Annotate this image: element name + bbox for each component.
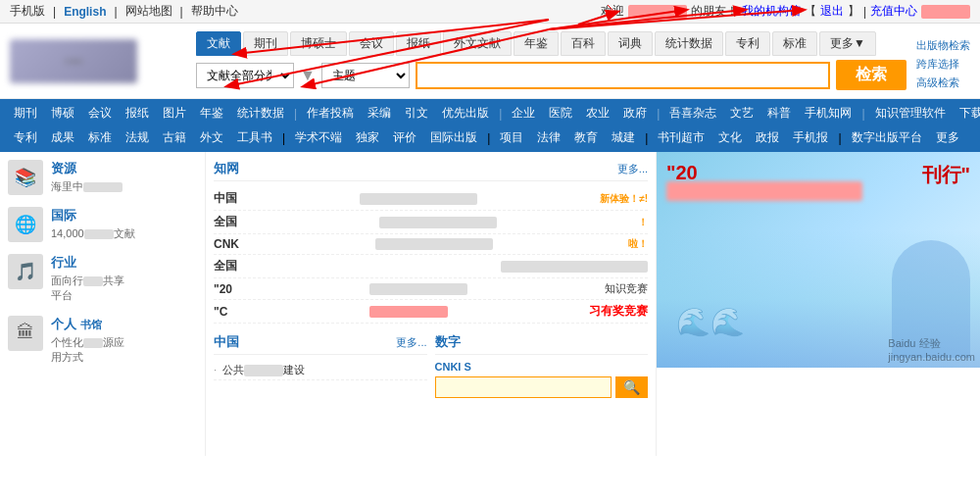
- logo-search-bar: CNKI 文献 期刊 博硕士 会议 报纸 外文文献 年鉴 百科 词典 统计数据 …: [0, 24, 980, 99]
- tab-yearbook[interactable]: 年鉴: [514, 31, 559, 56]
- tab-literature[interactable]: 文献: [196, 31, 241, 56]
- digital-search-row: 🔍: [435, 376, 649, 398]
- tab-journal[interactable]: 期刊: [243, 31, 288, 56]
- cross-db-link[interactable]: 跨库选择: [916, 57, 970, 72]
- nav-preprint[interactable]: 优先出版: [438, 103, 493, 124]
- nav-km-software[interactable]: 知识管理软件: [871, 103, 950, 124]
- bottom-middle-row: 中国 更多... · 公共建设 数字 CNKI S 🔍: [214, 333, 648, 398]
- tab-newspaper[interactable]: 报纸: [396, 31, 441, 56]
- nav-yearbook[interactable]: 年鉴: [196, 103, 227, 124]
- digital-section: 数字 CNKI S 🔍: [435, 333, 649, 398]
- tab-foreign[interactable]: 外文文献: [443, 31, 512, 56]
- zhiwang-more[interactable]: 更多...: [617, 162, 648, 176]
- nav-standard[interactable]: 标准: [84, 127, 116, 148]
- zhiwang-title: 知网: [214, 160, 239, 177]
- nav-project[interactable]: 项目: [496, 127, 527, 148]
- nav-urban[interactable]: 城建: [608, 127, 639, 148]
- category-select[interactable]: 文献全部分类: [196, 63, 294, 88]
- nav-science-pop[interactable]: 科普: [763, 103, 795, 124]
- banner-blurred-content: [666, 181, 862, 201]
- nav-report[interactable]: 政报: [752, 127, 783, 148]
- nav-download[interactable]: 下载: [956, 103, 981, 124]
- tab-encyclopedia[interactable]: 百科: [561, 31, 606, 56]
- nav-exclusive[interactable]: 独家: [352, 127, 383, 148]
- nav-law[interactable]: 法律: [533, 127, 564, 148]
- nav-education[interactable]: 教育: [570, 127, 602, 148]
- nav-thesis[interactable]: 博硕: [47, 103, 78, 124]
- cnki-label: CNKI S: [435, 361, 649, 373]
- mobile-link[interactable]: 手机版: [10, 3, 45, 20]
- news-item-2: 全国 ！: [214, 211, 648, 234]
- nav-culture2[interactable]: 文化: [714, 127, 746, 148]
- news-item-3: CNK 啦！: [214, 234, 648, 255]
- nav-enterprise[interactable]: 企业: [508, 103, 539, 124]
- nav-author-submit[interactable]: 作者投稿: [303, 103, 358, 124]
- english-link[interactable]: English: [64, 5, 106, 19]
- recharge-link[interactable]: 充值中心: [870, 3, 917, 20]
- nav-image[interactable]: 图片: [159, 103, 190, 124]
- nav-citation[interactable]: 引文: [401, 103, 432, 124]
- publish-search-link[interactable]: 出版物检索: [916, 38, 970, 53]
- nav-intl-publish[interactable]: 国际出版: [426, 127, 481, 148]
- left-panel: 📚 资源 海里中 🌐 国际 14,000文献 🎵: [0, 152, 206, 456]
- welcome-text: 欢迎: [601, 3, 624, 20]
- nav-row1: 期刊 博硕 会议 报纸 图片 年鉴 统计数据 | 作者投稿 采编 引文 优先出版…: [0, 99, 980, 127]
- nav-journal[interactable]: 期刊: [10, 103, 41, 124]
- resource-desc-1: 海里中: [51, 179, 197, 194]
- resource-icon-industry: 🎵: [8, 254, 43, 289]
- nav-agriculture[interactable]: 农业: [582, 103, 613, 124]
- resource-item-4: 🏛 个人 书馆 个性化源应用方式: [8, 316, 197, 366]
- nav-evaluation[interactable]: 评价: [389, 127, 420, 148]
- help-link[interactable]: 帮助中心: [191, 3, 238, 20]
- my-institution-link[interactable]: 我的机构馆: [742, 3, 801, 20]
- field-select[interactable]: 主题: [321, 63, 410, 88]
- tab-dictionary[interactable]: 词典: [608, 31, 653, 56]
- tab-standard[interactable]: 标准: [772, 31, 817, 56]
- nav-academic-integrity[interactable]: 学术不端: [291, 127, 346, 148]
- resource-title-2: 国际: [51, 207, 197, 225]
- nav-edit[interactable]: 采编: [364, 103, 395, 124]
- tab-statistics[interactable]: 统计数据: [655, 31, 723, 56]
- nav-newspaper[interactable]: 报纸: [122, 103, 153, 124]
- search-button[interactable]: 检索: [836, 60, 906, 90]
- tab-conference[interactable]: 会议: [349, 31, 394, 56]
- map-link[interactable]: 网站地图: [125, 3, 172, 20]
- resource-icon-globe: 🌐: [8, 207, 43, 242]
- nav-conference[interactable]: 会议: [84, 103, 116, 124]
- nav-row2: 专利 成果 标准 法规 古籍 外文 工具书 | 学术不端 独家 评价 国际出版 …: [0, 127, 980, 152]
- top-bar: 手机版 | English | 网站地图 | 帮助中心 欢迎 的朋友！ 我的机构…: [0, 0, 980, 24]
- nav-achievement[interactable]: 成果: [47, 127, 78, 148]
- tab-more[interactable]: 更多▼: [819, 31, 876, 56]
- nav-government[interactable]: 政府: [619, 103, 651, 124]
- nav-mobile-cnki[interactable]: 手机知网: [801, 103, 856, 124]
- nav-mobile-news[interactable]: 手机报: [789, 127, 832, 148]
- nav-more[interactable]: 更多: [932, 127, 963, 148]
- digital-search-button[interactable]: 🔍: [615, 376, 648, 398]
- nav-bar: 期刊 博硕 会议 报纸 图片 年鉴 统计数据 | 作者投稿 采编 引文 优先出版…: [0, 99, 980, 152]
- search-input[interactable]: [416, 62, 830, 89]
- china-more[interactable]: 更多...: [396, 335, 426, 350]
- resource-desc-3: 面向行共享平台: [51, 274, 197, 304]
- news-item-4: 全国: [214, 255, 648, 278]
- nav-ancient[interactable]: 古籍: [159, 127, 190, 148]
- tab-patent[interactable]: 专利: [725, 31, 770, 56]
- baidu-watermark: Baidu 经验jingyan.baidu.com: [888, 336, 975, 363]
- logout-link[interactable]: 退出: [820, 3, 844, 20]
- nav-patent[interactable]: 专利: [10, 127, 41, 148]
- nav-hospital[interactable]: 医院: [545, 103, 576, 124]
- nav-reference[interactable]: 工具书: [233, 127, 276, 148]
- nav-regulation[interactable]: 法规: [122, 127, 153, 148]
- nav-magazine[interactable]: 吾喜杂志: [665, 103, 720, 124]
- nav-digital-platform[interactable]: 数字出版平台: [848, 127, 926, 148]
- top-bar-left: 手机版 | English | 网站地图 | 帮助中心: [10, 3, 238, 20]
- nav-bookstore[interactable]: 书刊超市: [654, 127, 709, 148]
- tab-thesis[interactable]: 博硕士: [290, 31, 347, 56]
- nav-statistics[interactable]: 统计数据: [233, 103, 288, 124]
- resource-icon-personal: 🏛: [8, 316, 43, 351]
- dropdown-icon: ▼: [300, 67, 316, 84]
- advanced-search-link[interactable]: 高级检索: [916, 75, 970, 90]
- nav-culture[interactable]: 文艺: [726, 103, 758, 124]
- nav-foreign-lit[interactable]: 外文: [196, 127, 227, 148]
- banner-text-right: 刊行": [922, 162, 970, 188]
- digital-search-input[interactable]: [435, 376, 612, 398]
